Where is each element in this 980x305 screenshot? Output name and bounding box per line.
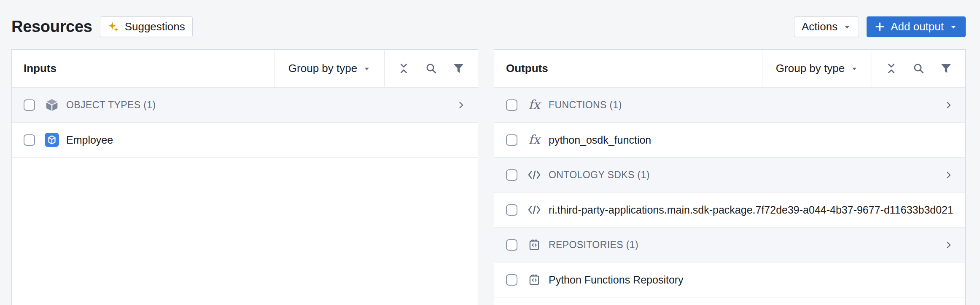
collapse-all-icon[interactable] bbox=[883, 60, 899, 77]
code-icon bbox=[527, 170, 542, 180]
outputs-rows: fxFUNCTIONS (1)fxpython_osdk_functionONT… bbox=[494, 88, 965, 297]
group-row[interactable]: ONTOLOGY SDKS (1) bbox=[494, 158, 965, 193]
collapse-all-icon[interactable] bbox=[395, 60, 412, 77]
filter-icon[interactable] bbox=[450, 60, 467, 77]
chevron-right-icon[interactable] bbox=[945, 171, 953, 179]
add-output-button[interactable]: Add output bbox=[867, 16, 966, 37]
item-row[interactable]: Employee bbox=[12, 123, 478, 158]
item-row[interactable]: fxpython_osdk_function bbox=[494, 123, 965, 158]
chevron-right-icon[interactable] bbox=[945, 241, 953, 249]
filter-icon[interactable] bbox=[938, 60, 955, 77]
row-label: FUNCTIONS (1) bbox=[549, 99, 622, 111]
row-checkbox[interactable] bbox=[24, 99, 35, 111]
row-label: ONTOLOGY SDKS (1) bbox=[549, 169, 650, 181]
row-checkbox[interactable] bbox=[506, 99, 517, 111]
chevron-right-icon[interactable] bbox=[945, 101, 953, 109]
sparkles-icon bbox=[108, 21, 119, 33]
row-label: Python Functions Repository bbox=[549, 274, 684, 286]
outputs-panel-title: Outputs bbox=[494, 50, 762, 87]
row-label: REPOSITORIES (1) bbox=[549, 239, 638, 251]
code-icon bbox=[527, 205, 542, 215]
item-row[interactable]: Python Functions Repository bbox=[494, 262, 965, 297]
object-type-blue-icon bbox=[44, 133, 59, 147]
row-checkbox[interactable] bbox=[506, 239, 517, 251]
plus-icon bbox=[875, 21, 885, 32]
group-row[interactable]: OBJECT TYPES (1) bbox=[12, 88, 478, 123]
inputs-panel-title: Inputs bbox=[12, 50, 275, 87]
group-row[interactable]: REPOSITORIES (1) bbox=[494, 227, 965, 262]
page-title: Resources bbox=[11, 18, 92, 36]
group-by-type-dropdown[interactable]: Group by type bbox=[275, 50, 384, 87]
actions-button[interactable]: Actions bbox=[794, 16, 859, 37]
group-by-type-label: Group by type bbox=[776, 62, 845, 75]
row-checkbox[interactable] bbox=[506, 134, 517, 146]
row-checkbox[interactable] bbox=[506, 169, 517, 181]
row-checkbox[interactable] bbox=[506, 274, 517, 286]
caret-down-icon bbox=[851, 65, 858, 72]
panels-container: Inputs Group by type OBJECT TYPES (1)Emp… bbox=[0, 49, 980, 305]
caret-down-icon bbox=[363, 65, 371, 72]
inputs-panel-header-icons bbox=[384, 50, 478, 87]
inputs-panel: Inputs Group by type OBJECT TYPES (1)Emp… bbox=[11, 49, 478, 305]
inputs-rows: OBJECT TYPES (1)Employee bbox=[12, 88, 478, 158]
row-label: python_osdk_function bbox=[549, 134, 651, 146]
actions-label: Actions bbox=[802, 20, 837, 33]
row-label: ri.third-party-applications.main.sdk-pac… bbox=[549, 204, 953, 216]
search-icon[interactable] bbox=[423, 60, 440, 77]
repository-icon bbox=[527, 273, 542, 286]
search-icon[interactable] bbox=[910, 60, 927, 77]
group-by-type-dropdown[interactable]: Group by type bbox=[762, 50, 872, 87]
topbar: Resources Suggestions Actions Add output bbox=[0, 0, 980, 49]
caret-down-icon bbox=[949, 23, 958, 31]
item-row[interactable]: ri.third-party-applications.main.sdk-pac… bbox=[494, 193, 965, 227]
function-icon: fx bbox=[527, 134, 542, 146]
outputs-panel: Outputs Group by type fxFUNCTIONS (1)fxp… bbox=[494, 49, 966, 305]
object-type-cube-icon bbox=[44, 99, 59, 111]
group-row[interactable]: fxFUNCTIONS (1) bbox=[494, 88, 965, 123]
row-checkbox[interactable] bbox=[506, 204, 517, 216]
suggestions-label: Suggestions bbox=[125, 20, 185, 33]
suggestions-button[interactable]: Suggestions bbox=[100, 16, 193, 37]
row-label: Employee bbox=[66, 134, 113, 146]
group-by-type-label: Group by type bbox=[288, 62, 357, 75]
repository-icon bbox=[527, 238, 542, 251]
inputs-panel-header: Inputs Group by type bbox=[12, 50, 478, 88]
row-checkbox[interactable] bbox=[24, 134, 35, 146]
add-output-label: Add output bbox=[891, 20, 944, 33]
chevron-right-icon[interactable] bbox=[457, 101, 465, 109]
caret-down-icon bbox=[843, 23, 851, 31]
row-label: OBJECT TYPES (1) bbox=[66, 99, 156, 111]
outputs-panel-header: Outputs Group by type bbox=[494, 50, 965, 88]
function-icon: fx bbox=[527, 99, 542, 111]
outputs-panel-header-icons bbox=[872, 50, 965, 87]
